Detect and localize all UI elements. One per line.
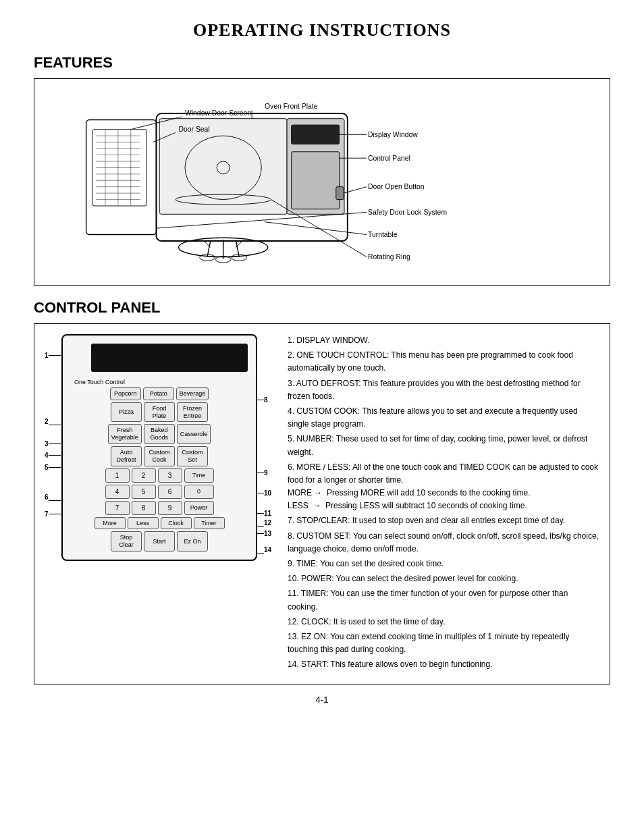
label-3: 3 [45,433,61,454]
panel-inner: One Touch Control Popcorn Potato Beverag… [61,334,257,561]
label-2: 2 [45,373,61,433]
svg-text:Control Panel: Control Panel [368,155,410,162]
label-9: 9 [257,462,274,483]
svg-text:Turntable: Turntable [368,231,398,238]
page-number: 4-1 [34,695,610,705]
btn-casserole[interactable]: Casserole [177,424,211,444]
desc-13: 13. EZ ON: You can extend cooking time i… [288,630,599,656]
panel-diagram: 1 2 3 4 5 [45,334,274,674]
microwave-svg: Oven Front Plate Window Door Screen Door… [48,89,596,278]
page-title: OPERATING INSTRUCTIONS [34,20,610,41]
display-screen [91,344,248,372]
btn-fresh-veg[interactable]: FreshVegetable [108,424,142,444]
label-8: 8 [257,338,274,462]
desc-9: 9. TIME: You can set the desired cook ti… [288,558,599,570]
btn-power[interactable]: Power [184,501,214,515]
label-6: 6 [45,479,61,504]
btn-clock[interactable]: Clock [161,517,192,530]
label-5: 5 [45,455,61,479]
desc-5: 5. NUMBER: These used to set for time of… [288,433,599,458]
btn-beverage[interactable]: Beverage [176,387,209,400]
label-10: 10 [257,483,274,503]
svg-text:Door Seal: Door Seal [179,126,210,133]
btn-1[interactable]: 1 [105,468,130,483]
btn-auto-defrost[interactable]: AutoDefrost [111,446,142,466]
btn-potato[interactable]: Potato [143,387,174,400]
label-7: 7 [45,504,61,524]
btn-custom-cook[interactable]: CustomCook [144,446,175,466]
desc-10: 10. POWER: You can select the desired po… [288,572,599,585]
btn-time[interactable]: Time [184,468,214,483]
label-14: 14 [257,540,274,554]
desc-1: 1. DISPLAY WINDOW. [288,334,599,347]
features-box: Oven Front Plate Window Door Screen Door… [34,78,610,286]
svg-rect-22 [292,152,340,209]
btn-3[interactable]: 3 [158,468,182,483]
btn-0[interactable]: 0 [184,485,214,499]
descriptions: 1. DISPLAY WINDOW. 2. ONE TOUCH CONTROL:… [288,334,599,674]
num-row-2: 4 5 6 0 [71,485,248,499]
svg-text:Safety Door Lock System: Safety Door Lock System [368,209,447,216]
desc-14: 14. START: This feature allows oven to b… [288,658,599,671]
desc-11: 11. TIMER: You can use the timer functio… [288,587,599,613]
left-labels: 1 2 3 4 5 [45,334,61,561]
svg-rect-1 [86,120,157,235]
svg-line-36 [157,212,367,228]
btn-ez-on[interactable]: Ez On [177,531,208,551]
btn-popcorn[interactable]: Popcorn [110,387,141,400]
svg-text:Display Window: Display Window [368,131,418,138]
btn-row-4: AutoDefrost CustomCook CustomSet [71,446,248,466]
desc-7: 7. STOP/CLEAR: It used to stop oven and … [288,514,599,527]
svg-rect-23 [336,187,344,200]
svg-text:Window Door Screen: Window Door Screen [185,109,251,117]
label-13: 13 [257,527,274,540]
bottom-row: StopClear Start Ez On [71,531,248,551]
btn-less[interactable]: Less [128,517,159,530]
desc-3: 3. AUTO DEFROST: This feature provides y… [288,377,599,403]
desc-6: 6. MORE / LESS: All of the one touch coo… [288,461,599,513]
btn-baked-goods[interactable]: BakedGoods [144,424,175,444]
btn-row-2: Pizza FoodPlate FrozenEntree [71,402,248,423]
features-heading: FEATURES [34,54,610,72]
desc-4: 4. CUSTOM COOK: This feature allows you … [288,405,599,431]
btn-timer[interactable]: Timer [194,517,225,530]
desc-12: 12. CLOCK: It is used to set the time of… [288,616,599,628]
control-panel-box: 1 2 3 4 5 [34,323,610,684]
svg-line-49 [265,222,367,235]
one-touch-label: One Touch Control [71,379,248,385]
btn-2[interactable]: 2 [132,468,156,483]
svg-text:Oven Front Plate: Oven Front Plate [265,103,318,110]
microwave-diagram: Oven Front Plate Window Door Screen Door… [48,89,596,278]
svg-rect-21 [292,125,340,144]
desc-2: 2. ONE TOUCH CONTROL: This menu has been… [288,349,599,375]
more-less-row: More Less Clock Timer [71,517,248,530]
btn-5[interactable]: 5 [132,485,156,499]
btn-frozen-entree[interactable]: FrozenEntree [177,402,208,423]
btn-stop-clear[interactable]: StopClear [111,531,142,551]
svg-text:Rotating Ring: Rotating Ring [368,253,410,261]
btn-pizza[interactable]: Pizza [111,402,142,423]
btn-custom-set[interactable]: CustomSet [177,446,208,466]
btn-start[interactable]: Start [144,531,175,551]
btn-food-plate[interactable]: FoodPlate [144,402,175,423]
label-1: 1 [45,338,61,373]
btn-4[interactable]: 4 [105,485,130,499]
svg-rect-17 [159,119,287,215]
btn-row-3: FreshVegetable BakedGoods Casserole [71,424,248,444]
btn-8[interactable]: 8 [132,501,156,515]
control-panel-heading: CONTROL PANEL [34,299,610,317]
desc-8: 8. CUSTOM SET: You can select sound on/o… [288,530,599,556]
btn-6[interactable]: 6 [158,485,182,499]
btn-row-1: Popcorn Potato Beverage [71,387,248,400]
btn-more[interactable]: More [95,517,126,530]
right-labels: 8 9 10 11 12 [257,334,274,561]
num-row-3: 7 8 9 Power [71,501,248,515]
btn-9[interactable]: 9 [158,501,182,515]
btn-7[interactable]: 7 [105,501,130,515]
svg-text:Door Open Button: Door Open Button [368,183,425,190]
num-row-1: 1 2 3 Time [71,468,248,483]
